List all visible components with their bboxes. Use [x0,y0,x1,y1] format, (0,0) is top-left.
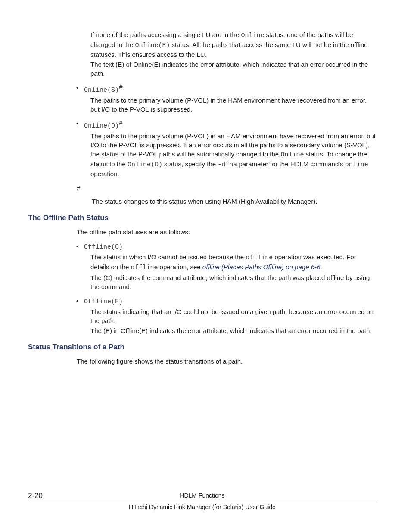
text: operation, see [158,263,202,271]
bullet-icon: • [76,83,78,93]
intro-paragraph-2: The text (E) of Online(E) indicates the … [90,60,377,78]
list-item-header: Offline(C) [84,242,377,252]
text: parameter for the HDLM command's [237,160,345,168]
inline-code: Online(D) [128,161,162,168]
list-item-header: Online(S)# [84,83,377,95]
transitions-intro: The following figure shows the status tr… [77,357,377,366]
text: The offline path statuses are as follows… [77,227,377,236]
list-item-offline-e: • Offline(E) The status indicating that … [84,296,377,335]
text: The following figure shows the status tr… [77,357,377,366]
cross-reference-link[interactable]: offline (Places Paths Offline) on page 6… [202,263,321,271]
superscript: # [119,84,123,91]
inline-code: offline [246,254,273,261]
inline-code: online [345,161,368,168]
text: . [320,263,322,271]
text: The status in which I/O cannot be issued… [90,253,246,261]
list-item-body-1: The status indicating that an I/O could … [90,307,377,325]
list-item-body-1: The status in which I/O cannot be issued… [90,252,377,272]
footer-divider [28,501,377,501]
inline-code: Online(E) [135,42,170,49]
list-item-online-d: • Online(D)# The paths to the primary vo… [84,119,377,178]
bullet-icon: • [76,242,78,251]
inline-code: Online(D) [84,122,119,130]
text: If none of the paths accessing a single … [90,31,241,38]
intro-paragraph-1: If none of the paths accessing a single … [90,30,377,59]
page-number: 2-20 [28,492,43,500]
list-item-header: Online(D)# [84,119,377,131]
inline-code: Online [241,32,264,39]
list-item-online-s: • Online(S)# The paths to the primary vo… [84,83,377,114]
footer-document-title: Hitachi Dynamic Link Manager (for Solari… [28,504,377,510]
inline-code: Online [280,151,304,159]
footnote-body: The status changes to this status when u… [92,197,377,206]
document-page: If none of the paths accessing a single … [0,0,411,532]
bullet-icon: • [76,119,78,128]
section-heading-transitions: Status Transitions of a Path [28,343,377,352]
list-item-body-2: The (C) indicates the command attribute,… [90,273,377,291]
text: status, specify the [162,160,218,168]
inline-code: Online(S) [84,87,119,94]
list-item-body: The paths to the primary volume (P-VOL) … [90,96,377,114]
bullet-icon: • [76,296,78,306]
inline-code: Offline(C) [84,243,123,251]
offline-intro: The offline path statuses are as follows… [77,227,377,236]
list-item-body: The paths to the primary volume (P-VOL) … [90,131,377,178]
intro-continuation: If none of the paths accessing a single … [90,30,377,78]
inline-code: offline [131,264,158,271]
footer-chapter-title: HDLM Functions [180,492,224,499]
page-footer: 2-20 HDLM Functions Hitachi Dynamic Link… [28,492,377,510]
list-item-header: Offline(E) [84,296,377,306]
footnote-hash: # The status changes to this status when… [77,184,377,206]
superscript: # [119,120,123,127]
footnote-symbol: # [77,184,377,193]
section-heading-offline: The Offline Path Status [28,214,377,222]
list-item-offline-c: • Offline(C) The status in which I/O can… [84,242,377,291]
text: operation. [90,170,119,177]
inline-code: -dfha [218,161,237,168]
list-item-body-2: The (E) in Offline(E) indicates the erro… [90,326,377,335]
inline-code: Offline(E) [84,298,123,305]
